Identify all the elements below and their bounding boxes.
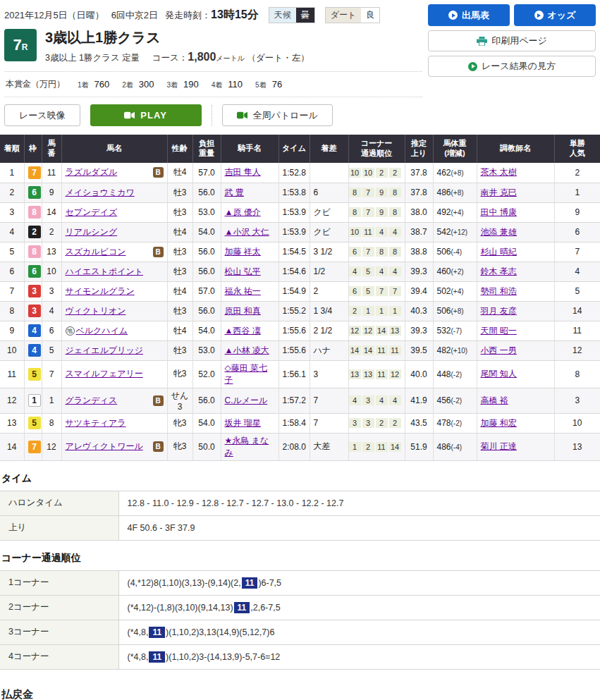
trainer-link[interactable]: 加藤 和宏 — [481, 418, 517, 428]
jockey-link[interactable]: ★永島 まなみ — [225, 436, 269, 458]
carried-weight: 53.0 — [192, 202, 221, 222]
sex-age: 牡4 — [167, 321, 192, 340]
jockey-link[interactable]: ▲西谷 凜 — [225, 326, 261, 336]
corner-label: 4コーナー — [0, 644, 118, 669]
trainer-link[interactable]: 尾関 知人 — [481, 369, 517, 379]
corner-position: 14 — [349, 345, 361, 355]
video-camera-icon — [237, 111, 247, 119]
corner-position: 11 — [362, 227, 374, 237]
trainer-link[interactable]: 南井 克巳 — [481, 188, 517, 197]
trainer-link[interactable]: 小西 一男 — [481, 345, 517, 355]
jockey-link[interactable]: 吉田 隼人 — [225, 167, 261, 177]
video-controls: レース映像 PLAY 全周パトロール — [0, 97, 600, 135]
horse-weight: 462 — [437, 168, 451, 178]
jockey-link[interactable]: 加藤 祥太 — [225, 247, 261, 257]
odds-button[interactable]: オッズ — [514, 4, 596, 26]
corner-position: 7 — [376, 286, 388, 296]
trainer-link[interactable]: 田中 博康 — [481, 207, 517, 217]
jockey-link[interactable]: ◇藤田 菜七子 — [225, 363, 268, 385]
jockey-link[interactable]: ▲原 優介 — [225, 207, 261, 217]
corner-position: 8 — [349, 188, 361, 197]
trainer-cell: 茶木 太樹 — [477, 163, 554, 183]
estimated-last-3f: 37.8 — [405, 183, 433, 202]
entries-button[interactable]: 出馬表 — [428, 4, 510, 26]
trainer-cell: 南井 克巳 — [477, 183, 554, 202]
frame-cell: 3 — [24, 281, 42, 301]
last-furlong-value: 4F 50.6 - 3F 37.9 — [118, 515, 600, 540]
horse-name-link[interactable]: セブンデイズ — [66, 207, 118, 219]
corner-position: 13 — [389, 326, 401, 336]
horse-name-link[interactable]: グランディス — [66, 395, 118, 407]
sex-age: 牡4 — [167, 281, 192, 301]
horse-weight-cell: 460(+2) — [433, 262, 477, 281]
corner-position: 7 — [362, 188, 374, 197]
trainer-link[interactable]: 勢司 和浩 — [481, 286, 517, 296]
finish-time: 1:55.2 — [278, 301, 310, 321]
horse-name-link[interactable]: ジェイエルブリッジ — [66, 345, 144, 357]
patrol-video-button[interactable]: 全周パトロール — [222, 104, 333, 126]
win-popularity: 6 — [554, 222, 600, 242]
race-video-button[interactable]: レース映像 — [4, 104, 80, 126]
finish-position: 3 — [0, 202, 24, 222]
corner-passing-cell: 101022 — [348, 163, 405, 183]
horse-name-link[interactable]: メイショウミカワ — [66, 187, 135, 199]
frame-number-badge: 6 — [28, 186, 41, 199]
horse-name-link[interactable]: サイモンルグラン — [66, 285, 135, 297]
horse-name-link[interactable]: スズカルビコン — [66, 246, 126, 258]
horse-number: 2 — [42, 222, 61, 242]
race-condition-text: 3歳以上 1勝クラス 定量 — [45, 53, 140, 63]
trainer-link[interactable]: 池添 兼雄 — [481, 227, 517, 237]
trainer-link[interactable]: 菊川 正達 — [481, 441, 517, 451]
horse-name-link[interactable]: スマイルフェアリー — [66, 368, 143, 380]
horse-name-link[interactable]: ラズルダズル — [66, 166, 118, 178]
trainer-link[interactable]: 天間 昭一 — [481, 326, 517, 336]
frame-cell: 6 — [24, 262, 42, 281]
jockey-link[interactable]: 福永 祐一 — [225, 286, 261, 296]
jockey-link[interactable]: 松山 弘平 — [225, 266, 261, 276]
column-header: 着順 — [0, 135, 24, 163]
result-row: 14712アレヴィクトワールB牝350.0★永島 まなみ2:08.0大差1211… — [0, 433, 600, 460]
trainer-link[interactable]: 高橋 裕 — [481, 395, 508, 405]
jockey-link[interactable]: 原田 和真 — [225, 306, 261, 316]
win-popularity: 8 — [554, 360, 600, 388]
trainer-link[interactable]: 鈴木 孝志 — [481, 266, 517, 276]
corner-position: 6 — [349, 247, 361, 257]
result-guide-button[interactable]: レース結果の見方 — [428, 56, 596, 77]
jockey-link[interactable]: 坂井 瑠星 — [225, 418, 261, 428]
trainer-link[interactable]: 杉山 晴紀 — [481, 247, 517, 257]
corner-position: 7 — [362, 247, 374, 257]
horse-name-link[interactable]: ベルクハイム — [76, 325, 128, 337]
page-header: 2021年12月5日（日曜） 6回中京2日 発走時刻：13時15分 天候 曇 ダ… — [0, 0, 600, 97]
horse-name-link[interactable]: ハイエストポイント — [66, 266, 144, 278]
estimated-last-3f: 40.3 — [405, 301, 433, 321]
frame-number-badge: 3 — [28, 305, 41, 317]
horse-name-link[interactable]: リアルシング — [66, 226, 118, 238]
horse-number: 5 — [42, 340, 61, 360]
corner-position: 9 — [376, 188, 388, 197]
carried-weight: 54.0 — [192, 321, 221, 340]
jockey-link[interactable]: 武 豊 — [225, 188, 244, 197]
jockey-link[interactable]: ▲小林 凌大 — [225, 345, 269, 355]
corner-label: 1コーナー — [0, 570, 118, 595]
corner-position: 2 — [349, 306, 361, 316]
carried-weight: 56.0 — [192, 262, 221, 281]
jockey-link[interactable]: C.ルメール — [225, 395, 268, 405]
frame-cell: 4 — [24, 321, 42, 340]
corner-passing-cell: 8798 — [348, 183, 405, 202]
column-header: 着差 — [310, 135, 348, 163]
jockey-cell: ▲西谷 凜 — [221, 321, 278, 340]
horse-weight-cell: 448(-2) — [433, 360, 477, 388]
trainer-link[interactable]: 茶木 太樹 — [481, 167, 517, 177]
horse-name-link[interactable]: ヴィクトリオン — [66, 305, 126, 317]
jockey-link[interactable]: ▲小沢 大仁 — [225, 227, 269, 237]
payout-section-title: 払戻金 — [1, 688, 599, 700]
horse-name-link[interactable]: サツキティアラ — [66, 417, 126, 429]
play-button[interactable]: PLAY — [90, 104, 202, 126]
print-page-button[interactable]: 印刷用ページ — [428, 30, 596, 51]
result-row: 5813スズカルビコンB牡356.0加藤 祥太1:54.53 1/2678838… — [0, 242, 600, 262]
win-popularity: 4 — [554, 262, 600, 281]
carried-weight: 57.0 — [192, 281, 221, 301]
trainer-link[interactable]: 羽月 友彦 — [481, 306, 517, 316]
horse-name-link[interactable]: アレヴィクトワール — [66, 441, 143, 453]
corner-position: 7 — [362, 207, 374, 217]
